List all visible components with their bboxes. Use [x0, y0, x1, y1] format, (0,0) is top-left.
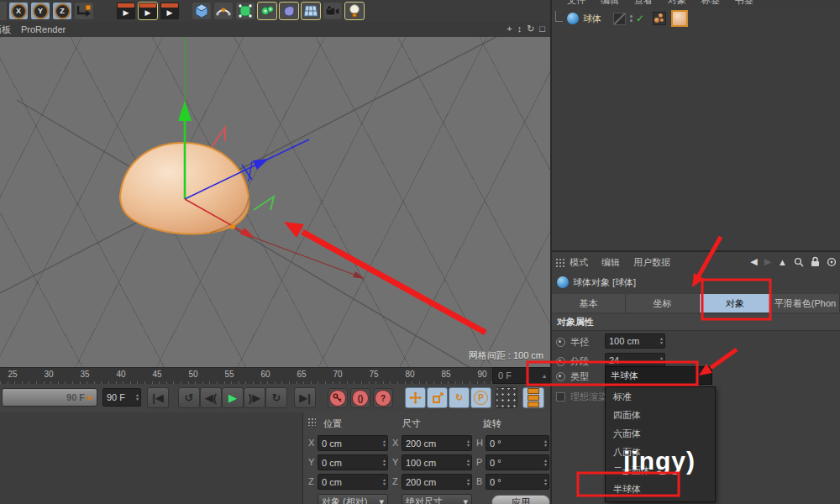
- record-keyframe-button[interactable]: [328, 388, 348, 408]
- type-option-hemisphere[interactable]: 半球体: [606, 480, 715, 498]
- current-frame-field[interactable]: 0 F ▴: [492, 367, 550, 384]
- stepper-icon[interactable]: ▴▾: [544, 475, 547, 489]
- type-option-standard[interactable]: 标准: [606, 387, 715, 406]
- size-z-field[interactable]: 200 cm▴▾: [402, 474, 472, 490]
- viewport-menu-prorender[interactable]: ProRender: [21, 24, 66, 34]
- visibility-toggle-icon[interactable]: [613, 13, 626, 25]
- viewport[interactable]: 网格间距 : 100 cm: [0, 37, 550, 367]
- add-light-button[interactable]: [344, 2, 365, 20]
- phong-tag-icon[interactable]: [653, 12, 666, 25]
- stepper-icon[interactable]: ▴▾: [467, 436, 470, 450]
- stepper-icon[interactable]: ▴▾: [136, 389, 139, 406]
- size-x-field[interactable]: 200 cm▴▾: [402, 435, 472, 451]
- rotate-view-icon[interactable]: ↻: [527, 24, 534, 34]
- om-menu-tags[interactable]: 标签: [701, 0, 720, 7]
- record-position-button[interactable]: [405, 387, 426, 408]
- add-camera-button[interactable]: [323, 2, 343, 20]
- stepper-icon[interactable]: ▴▾: [467, 475, 470, 489]
- search-icon[interactable]: [794, 257, 804, 267]
- size-y-field[interactable]: 100 cm▴▾: [402, 454, 472, 470]
- pos-y-field[interactable]: 0 cm▴▾: [318, 454, 388, 470]
- up-arrow-icon[interactable]: ▲: [778, 257, 787, 267]
- loop-button[interactable]: ↻: [265, 387, 287, 408]
- panel-handle-icon[interactable]: [307, 417, 316, 426]
- render-picture-viewer-button[interactable]: ▶: [138, 2, 158, 20]
- tab-phong[interactable]: 平滑着色(Phon: [771, 294, 840, 312]
- lock-x-axis-button[interactable]: X: [8, 2, 29, 20]
- render-view-button[interactable]: ▶: [116, 2, 136, 20]
- coordinate-system-button[interactable]: [74, 2, 94, 20]
- stepper-icon[interactable]: ▴▾: [660, 334, 663, 348]
- lock-z-axis-button[interactable]: Z: [52, 2, 72, 20]
- play-button[interactable]: ▶: [222, 387, 244, 408]
- type-option-hexahedron[interactable]: 六面体: [606, 424, 715, 443]
- key-radio-icon[interactable]: [556, 338, 565, 347]
- visibility-dots-icon[interactable]: [630, 15, 633, 22]
- gizmo-scale-handle[interactable]: [230, 224, 235, 229]
- add-deformer-button[interactable]: [257, 2, 277, 20]
- pos-z-field[interactable]: 0 cm▴▾: [318, 474, 388, 490]
- om-menu-object[interactable]: 对象: [668, 0, 686, 7]
- target-icon[interactable]: [827, 257, 837, 267]
- add-spline-button[interactable]: [213, 2, 234, 20]
- object-name[interactable]: 球体: [583, 13, 601, 25]
- gizmo-z-arrow[interactable]: [253, 159, 269, 170]
- apply-button[interactable]: 应用: [491, 495, 550, 504]
- om-menu-file[interactable]: 文件: [567, 0, 585, 7]
- om-menu-view[interactable]: 查看: [634, 0, 653, 7]
- timeline-window-button[interactable]: [522, 387, 544, 408]
- record-rotation-button[interactable]: ↻: [449, 387, 470, 408]
- panel-handle-icon[interactable]: [555, 258, 564, 267]
- pan-view-icon[interactable]: +: [507, 24, 512, 34]
- am-menu-userdata[interactable]: 用户数据: [633, 256, 670, 269]
- radius-field[interactable]: 100 cm▴▾: [605, 333, 665, 349]
- add-field-button[interactable]: [279, 2, 299, 20]
- next-key-button[interactable]: )▶: [244, 387, 265, 408]
- timeline-expand-icon[interactable]: ▴: [543, 372, 546, 380]
- stepper-icon[interactable]: ▴▾: [383, 475, 386, 489]
- key-radio-icon[interactable]: [556, 372, 565, 381]
- tab-coordinates[interactable]: 坐标: [626, 294, 700, 312]
- add-array-button[interactable]: [301, 2, 321, 20]
- rot-h-field[interactable]: 0 °▴▾: [486, 435, 549, 451]
- play-backward-button[interactable]: ↺: [178, 387, 200, 408]
- record-scale-button[interactable]: [427, 387, 448, 408]
- rotate-handle-green[interactable]: [254, 197, 274, 210]
- goto-end-button[interactable]: ▶|: [294, 387, 316, 408]
- rot-b-field[interactable]: 0 °▴▾: [486, 474, 549, 490]
- lock-icon[interactable]: [811, 256, 820, 267]
- coords-mode-dropdown[interactable]: 对象 (相对)▾: [318, 494, 388, 504]
- am-menu-mode[interactable]: 模式: [570, 256, 588, 269]
- stepper-icon[interactable]: ▴▾: [383, 436, 386, 450]
- stepper-icon[interactable]: ▴▾: [660, 354, 663, 367]
- enabled-check-icon[interactable]: ✓: [636, 13, 644, 24]
- add-cube-button[interactable]: [192, 2, 212, 20]
- object-row-sphere[interactable]: 球体 ✓: [552, 10, 840, 27]
- toggle-view-icon[interactable]: □: [539, 24, 545, 34]
- keying-options-button[interactable]: [496, 387, 517, 408]
- pos-x-field[interactable]: 0 cm▴▾: [318, 435, 388, 451]
- stepper-icon[interactable]: ▴▾: [544, 436, 547, 450]
- rotate-handle-red[interactable]: [212, 128, 225, 147]
- stepper-icon[interactable]: ▴▾: [544, 455, 547, 470]
- zoom-view-icon[interactable]: ↕: [517, 24, 522, 34]
- gizmo-y-arrow[interactable]: [178, 101, 192, 121]
- stepper-icon[interactable]: ▴▾: [383, 455, 386, 470]
- timeline-ruler[interactable]: 25 30 35 40 45 50 55 60 65 70 75 80 85 9…: [0, 367, 492, 385]
- previous-key-button[interactable]: ◀(: [200, 387, 222, 408]
- lock-y-axis-button[interactable]: Y: [30, 2, 50, 20]
- goto-start-button[interactable]: |◀: [147, 387, 169, 408]
- history-forward-icon[interactable]: ▶: [764, 256, 771, 267]
- om-menu-edit[interactable]: 编辑: [601, 0, 619, 7]
- viewport-menu-panel[interactable]: 面板: [0, 24, 11, 36]
- timeline-range-slider[interactable]: 90 F ▶: [2, 388, 97, 407]
- material-thumbnail[interactable]: [671, 10, 688, 27]
- end-frame-field[interactable]: 90 F ▴▾: [102, 388, 141, 407]
- tab-basic[interactable]: 基本: [552, 294, 626, 312]
- key-radio-icon[interactable]: [556, 357, 565, 366]
- stepper-icon[interactable]: ▴▾: [467, 455, 470, 470]
- history-back-icon[interactable]: ◀: [750, 256, 757, 267]
- autokey-button[interactable]: (): [350, 388, 370, 408]
- keyframe-selection-button[interactable]: ?: [373, 388, 393, 408]
- om-menu-bookmarks[interactable]: 书签: [735, 0, 753, 7]
